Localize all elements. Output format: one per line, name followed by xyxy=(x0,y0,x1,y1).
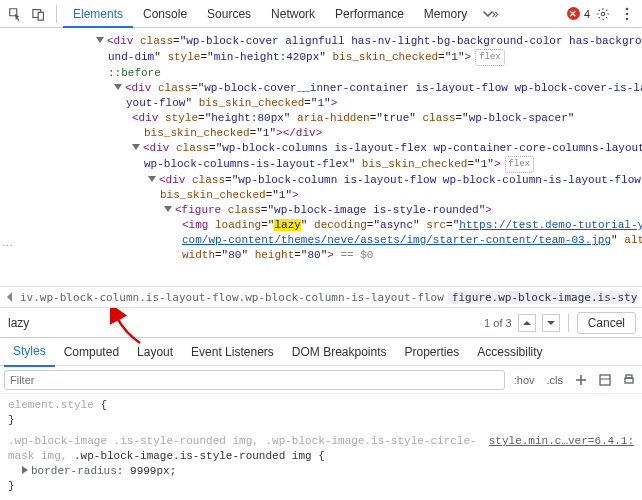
svg-point-5 xyxy=(626,17,629,20)
more-tabs-icon[interactable]: » xyxy=(479,3,501,25)
dom-node[interactable]: und-dim" style="min-height:420px" bis_sk… xyxy=(8,49,642,66)
dom-node[interactable]: <div class="wp-block-column is-layout-fl… xyxy=(8,173,642,188)
dom-node[interactable]: <div class="wp-block-columns is-layout-f… xyxy=(8,141,642,156)
dom-node[interactable]: width="80" height="80"> == $0 xyxy=(8,248,642,263)
css-declaration[interactable]: border-radius: 9999px; xyxy=(8,464,634,479)
tab-console[interactable]: Console xyxy=(133,0,197,27)
stab-event-listeners[interactable]: Event Listeners xyxy=(182,338,283,366)
element-style-rule[interactable]: element.style { xyxy=(8,398,634,413)
dom-node[interactable]: wp-block-columns-is-layout-flex" bis_ski… xyxy=(8,156,642,173)
breadcrumb-item[interactable]: iv.wp-block-column.is-layout-flow.wp-blo… xyxy=(16,291,448,304)
tab-elements[interactable]: Elements xyxy=(63,0,133,28)
dom-node[interactable]: bis_skin_checked="1"> xyxy=(8,188,642,203)
error-icon: ✕ xyxy=(567,7,580,20)
dom-node[interactable]: ::before xyxy=(8,66,642,81)
breadcrumb-scroll-left[interactable] xyxy=(4,289,16,305)
svg-point-4 xyxy=(626,12,629,15)
dom-node[interactable]: <div class="wp-block-cover alignfull has… xyxy=(8,34,642,49)
search-result-count: 1 of 3 xyxy=(484,317,512,329)
svg-rect-8 xyxy=(626,375,632,378)
brace-close: } xyxy=(8,479,634,494)
stylesheet-source-link[interactable]: style.min.c…ver=6.4.1: xyxy=(489,434,634,449)
dom-tree[interactable]: <div class="wp-block-cover alignfull has… xyxy=(0,28,642,286)
cls-toggle[interactable]: .cls xyxy=(544,374,567,386)
dom-node[interactable]: <div class="wp-block-cover__inner-contai… xyxy=(8,81,642,96)
truncation-indicator: ⋯ xyxy=(0,240,13,253)
breadcrumb-item[interactable]: figure.wp-block-image.is-style-rounded xyxy=(448,291,638,304)
computed-styles-icon[interactable] xyxy=(596,371,614,389)
search-prev-icon[interactable] xyxy=(518,314,536,332)
breadcrumb: iv.wp-block-column.is-layout-flow.wp-blo… xyxy=(0,286,642,308)
svg-rect-6 xyxy=(600,375,610,385)
dom-node[interactable]: com/wp-content/themes/neve/assets/img/st… xyxy=(8,233,642,248)
separator xyxy=(568,314,569,332)
print-media-icon[interactable] xyxy=(620,371,638,389)
dom-node[interactable]: yout-flow" bis_skin_checked="1"> xyxy=(8,96,642,111)
error-count[interactable]: ✕ 4 xyxy=(567,7,590,20)
tab-network[interactable]: Network xyxy=(261,0,325,27)
kebab-menu-icon[interactable] xyxy=(616,3,638,25)
devtools-toolbar: Elements Console Sources Network Perform… xyxy=(0,0,642,28)
svg-rect-1 xyxy=(38,12,43,20)
styles-tabs: Styles Computed Layout Event Listeners D… xyxy=(0,338,642,366)
selector-matched: .wp-block-image.is-style-rounded img xyxy=(74,450,312,462)
dom-node[interactable]: <div style="height:80px" aria-hidden="tr… xyxy=(8,111,642,126)
search-next-icon[interactable] xyxy=(542,314,560,332)
panel-tabs: Elements Console Sources Network Perform… xyxy=(63,0,477,27)
stab-computed[interactable]: Computed xyxy=(55,338,128,366)
styles-filter-row: :hov .cls xyxy=(0,366,642,394)
tab-performance[interactable]: Performance xyxy=(325,0,414,27)
svg-rect-7 xyxy=(625,378,633,383)
dom-node[interactable]: <figure class="wp-block-image is-style-r… xyxy=(8,203,642,218)
stab-styles[interactable]: Styles xyxy=(4,337,55,367)
search-input[interactable] xyxy=(6,312,478,334)
new-style-rule-icon[interactable] xyxy=(572,371,590,389)
stab-properties[interactable]: Properties xyxy=(396,338,469,366)
svg-point-3 xyxy=(626,7,629,10)
stab-accessibility[interactable]: Accessibility xyxy=(468,338,551,366)
filter-input[interactable] xyxy=(4,370,505,390)
gear-icon[interactable] xyxy=(592,3,614,25)
stab-dom-breakpoints[interactable]: DOM Breakpoints xyxy=(283,338,396,366)
css-rule[interactable]: .wp-block-image .is-style-rounded img, .… xyxy=(8,434,634,464)
hov-toggle[interactable]: :hov xyxy=(511,374,538,386)
search-bar: 1 of 3 Cancel xyxy=(0,308,642,338)
device-toggle-icon[interactable] xyxy=(28,3,50,25)
inspect-icon[interactable] xyxy=(4,3,26,25)
separator xyxy=(56,5,57,23)
svg-point-2 xyxy=(601,12,605,16)
dom-node[interactable]: bis_skin_checked="1"></div> xyxy=(8,126,642,141)
expand-icon[interactable] xyxy=(22,466,28,474)
brace-close: } xyxy=(8,413,634,428)
stab-layout[interactable]: Layout xyxy=(128,338,182,366)
styles-pane[interactable]: element.style { } .wp-block-image .is-st… xyxy=(0,394,642,498)
error-count-text: 4 xyxy=(584,8,590,20)
tab-sources[interactable]: Sources xyxy=(197,0,261,27)
dom-node[interactable]: <img loading="lazy" decoding="async" src… xyxy=(8,218,642,233)
cancel-button[interactable]: Cancel xyxy=(577,312,636,334)
tab-memory[interactable]: Memory xyxy=(414,0,477,27)
